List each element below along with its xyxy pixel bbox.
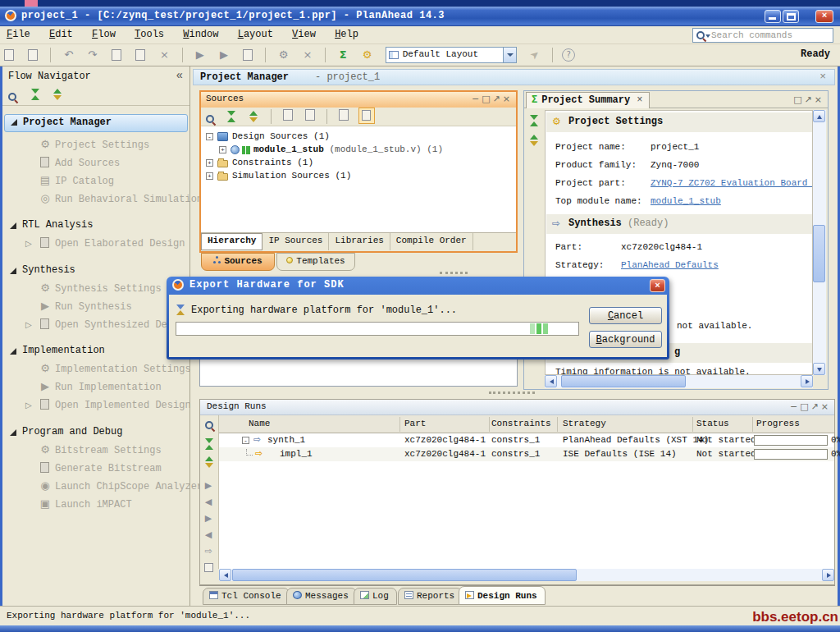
summary-panel-buttons[interactable]: □↗× <box>793 94 824 105</box>
copy-icon[interactable] <box>108 47 125 63</box>
select-pointer-icon[interactable]: ➤ <box>523 44 546 66</box>
sidebar-item-project-manager[interactable]: Project Manager <box>4 114 188 132</box>
dialog-titlebar[interactable]: Export Hardware for SDK × <box>167 277 669 295</box>
search-icon[interactable] <box>205 114 216 125</box>
scroll-down-icon[interactable] <box>813 363 825 375</box>
vscroll-thumb[interactable] <box>813 225 825 282</box>
undo-icon[interactable]: ↶ <box>61 47 77 63</box>
run-all-icon[interactable]: ▶ <box>192 47 208 63</box>
sources-panel-titlebar[interactable]: Sources −□↗× <box>201 92 516 108</box>
expand-expander-icon[interactable]: + <box>219 146 226 153</box>
expand-all-icon[interactable] <box>203 456 215 469</box>
project-summary-icon[interactable]: Σ <box>335 47 351 63</box>
col-part[interactable]: Part <box>404 419 426 428</box>
menu-file[interactable]: File <box>0 26 37 44</box>
collapse-expander-icon[interactable]: - <box>242 437 249 444</box>
sidebar-item-launch-impact[interactable]: ▣ Launch iMPACT <box>2 497 189 513</box>
layout-gear-icon[interactable]: ⚙ <box>358 47 375 63</box>
expand-expander-icon[interactable]: + <box>206 172 213 180</box>
expand-expander-icon[interactable]: + <box>206 159 213 167</box>
col-status[interactable]: Status <box>696 419 729 428</box>
close-tab-icon[interactable]: × <box>637 94 642 106</box>
sources-panel-buttons[interactable]: −□↗× <box>472 94 513 104</box>
expand-all-icon[interactable] <box>248 110 259 123</box>
sidebar-item-add-sources[interactable]: Add Sources <box>2 155 189 172</box>
collapse-all-icon[interactable] <box>203 437 215 451</box>
menu-flow[interactable]: Flow <box>85 26 122 44</box>
dialog-close-button[interactable]: × <box>650 279 665 292</box>
cancel-button[interactable]: Cancel <box>589 307 662 324</box>
summary-vscrollbar[interactable] <box>813 110 826 375</box>
minimize-button[interactable] <box>765 10 781 23</box>
section-expanded-icon[interactable] <box>11 119 17 126</box>
section-expanded-icon[interactable] <box>10 268 16 274</box>
search-icon[interactable] <box>204 420 215 431</box>
layout-selector[interactable]: Default Layout <box>386 47 517 63</box>
expander-icon[interactable]: ▷ <box>25 320 32 329</box>
tab-libraries[interactable]: Libraries <box>329 233 390 250</box>
sidebar-section-implementation[interactable]: Implementation <box>2 343 189 360</box>
step-forward-icon[interactable]: ▶ <box>200 511 217 526</box>
collapse-all-icon[interactable] <box>226 110 237 123</box>
tab-design-runs[interactable]: Design Runs <box>459 586 546 605</box>
expander-icon[interactable]: ▷ <box>25 239 32 248</box>
sidebar-item-bitstream-settings[interactable]: ⚙ Bitstream Settings <box>2 442 189 459</box>
reset-runs-icon[interactable]: ▶ <box>200 495 217 510</box>
scroll-left-icon[interactable] <box>545 375 557 387</box>
tab-reports[interactable]: Reports <box>398 588 463 605</box>
tab-hierarchy[interactable]: Hierarchy <box>201 233 262 250</box>
help-icon[interactable]: ? <box>562 48 575 62</box>
title-bar[interactable]: project_1 - [C:/zynq_test/project_1/proj… <box>0 7 840 26</box>
hscroll-thumb[interactable] <box>561 375 686 387</box>
section-expanded-icon[interactable] <box>10 348 16 355</box>
tab-sources[interactable]: Sources <box>201 253 275 271</box>
section-expanded-icon[interactable] <box>10 429 16 436</box>
sidebar-item-implementation-settings[interactable]: ⚙ Implementation Settings <box>2 361 189 378</box>
open-project-icon[interactable] <box>25 47 41 63</box>
sidebar-item-open-elaborated-design[interactable]: ▷ Open Elaborated Design <box>2 236 189 252</box>
tab-messages[interactable]: Messages <box>286 588 357 605</box>
col-progress[interactable]: Progress <box>756 419 800 428</box>
launch-runs-icon[interactable]: ▶ <box>200 479 217 493</box>
menu-layout[interactable]: Layout <box>231 26 280 44</box>
sidebar-item-open-implemented-design[interactable]: ▷ Open Implemented Design <box>2 397 189 414</box>
run-icon[interactable]: ▶ <box>216 47 232 63</box>
layout-selector-arrow[interactable] <box>503 48 516 62</box>
menu-window[interactable]: Window <box>176 26 225 44</box>
sidebar-item-ip-catalog[interactable]: ▤ IP Catalog <box>2 173 189 190</box>
design-runs-titlebar[interactable]: Design Runs −□↗× <box>200 400 834 415</box>
close-button[interactable]: × <box>815 10 833 23</box>
sidebar-section-synthesis[interactable]: Synthesis <box>2 263 189 279</box>
search-icon[interactable] <box>7 92 18 103</box>
expand-all-icon[interactable] <box>52 88 63 101</box>
sidebar-item-run-synthesis[interactable]: ▶ Run Synthesis <box>2 299 189 315</box>
section-expanded-icon[interactable] <box>10 222 16 229</box>
sidebar-item-open-synthesized-design[interactable]: ▷ Open Synthesized Design <box>2 317 189 333</box>
menu-view[interactable]: View <box>285 26 322 44</box>
refresh-hierarchy-icon[interactable] <box>336 108 351 123</box>
collapse-all-icon[interactable] <box>30 88 41 101</box>
splitter-handle[interactable] <box>489 392 535 394</box>
table-row-impl-1[interactable]: ⇨ impl_1 xc7z020clg484-1 constrs_1 ISE D… <box>219 447 834 461</box>
search-dropdown-icon[interactable] <box>705 34 710 38</box>
project-part-link[interactable]: ZYNQ-7 ZC702 Evaluation Board (xc7 <box>651 178 813 188</box>
scroll-to-selected-toggle[interactable] <box>358 108 375 124</box>
new-project-icon[interactable] <box>1 47 17 63</box>
menu-tools[interactable]: Tools <box>128 26 171 44</box>
background-button[interactable]: Background <box>589 331 662 348</box>
sidebar-item-launch-chipscope-analyzer[interactable]: ◉ Launch ChipScope Analyzer <box>2 479 189 495</box>
scroll-up-icon[interactable] <box>813 110 825 122</box>
scroll-left-icon[interactable] <box>219 569 231 581</box>
sidebar-item-generate-bitstream[interactable]: Generate Bitstream <box>2 460 189 477</box>
tab-ip-sources[interactable]: IP Sources <box>262 233 329 250</box>
sidebar-section-program-and-debug[interactable]: Program and Debug <box>2 424 189 441</box>
delete-icon[interactable]: × <box>156 47 172 63</box>
collapse-all-icon[interactable] <box>528 114 540 127</box>
expander-icon[interactable]: ▷ <box>25 401 32 410</box>
close-icon[interactable]: × <box>819 71 826 83</box>
col-name[interactable]: Name <box>249 419 270 428</box>
menu-help[interactable]: Help <box>328 26 365 44</box>
create-file-icon[interactable] <box>303 108 317 123</box>
col-constraints[interactable]: Constraints <box>491 419 551 428</box>
design-runs-hscrollbar[interactable] <box>219 569 834 581</box>
